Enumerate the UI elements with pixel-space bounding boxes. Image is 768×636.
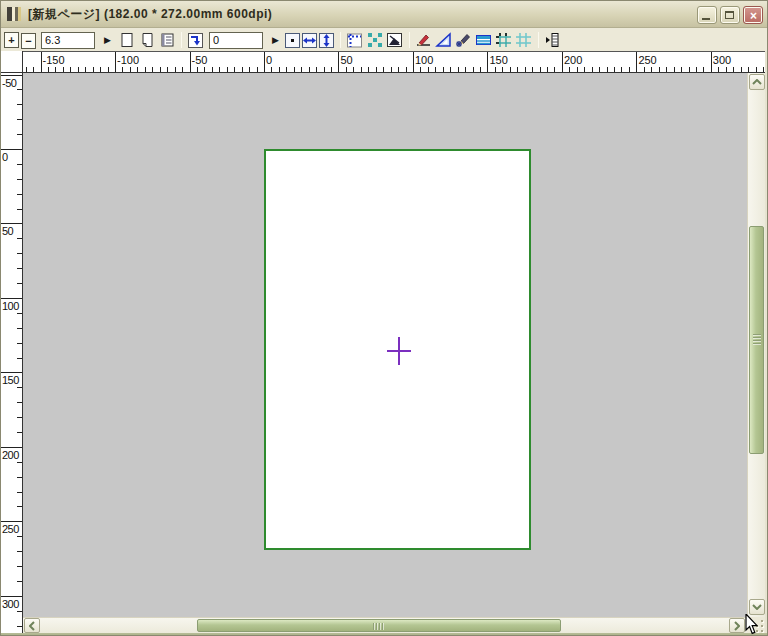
ruler-tick [674, 67, 675, 72]
ruler-tick [257, 67, 258, 72]
ruler-label: 200 [564, 54, 582, 66]
fit-width-button[interactable] [302, 33, 317, 48]
ruler-label: 100 [415, 54, 433, 66]
ruler-tick [763, 67, 764, 72]
duplicate-page-button[interactable] [138, 32, 156, 49]
scale-bar-button[interactable] [475, 32, 493, 49]
ruler-tick [227, 67, 228, 72]
apply-offset-button[interactable]: ▶ [272, 32, 279, 48]
ruler-tick [234, 67, 235, 72]
ruler-tick [629, 67, 630, 72]
ruler-label: -150 [43, 54, 65, 66]
ruler-tick [651, 67, 652, 72]
page-list-button[interactable] [158, 32, 176, 49]
ruler-tick [17, 343, 22, 344]
ruler-corner-box [1, 51, 23, 73]
ruler-major-tick [115, 52, 116, 72]
dot-size-button[interactable] [285, 33, 300, 48]
maximize-button[interactable] [720, 6, 740, 24]
ruler-tick [17, 566, 22, 567]
ruler-tick [130, 67, 131, 72]
horizontal-scrollbar-thumb[interactable] [197, 619, 561, 632]
window-title: [新規ページ] (182.00 * 272.00mm 600dpi) [28, 6, 272, 23]
ruler-tick [540, 67, 541, 72]
ruler-tick [569, 67, 570, 72]
ruler-tick [666, 67, 667, 72]
fit-height-button[interactable] [319, 33, 334, 48]
page-list-icon [159, 32, 175, 48]
panel-toggle-icon [544, 32, 561, 48]
zoom-value-input[interactable] [41, 32, 95, 49]
horizontal-ruler[interactable]: -150-100-50050100150200250300 [23, 51, 765, 73]
scroll-right-button[interactable] [729, 618, 745, 633]
ruler-tick [17, 506, 22, 507]
apply-zoom-button[interactable]: ▶ [104, 32, 111, 48]
show-rulers-button[interactable] [346, 32, 364, 49]
ruler-tick [17, 268, 22, 269]
ruler-tick [286, 67, 287, 72]
ruler-tick [703, 67, 704, 72]
tile-pattern-button[interactable] [366, 32, 384, 49]
ruler-tick [368, 67, 369, 72]
scroll-up-button[interactable] [749, 74, 765, 90]
paste-move-button[interactable] [187, 32, 205, 49]
pen-settings-button[interactable] [455, 32, 473, 49]
canvas-area[interactable] [23, 73, 747, 617]
ruler-tick [621, 67, 622, 72]
toolbar-separator [181, 32, 182, 48]
ruler-major-tick [190, 52, 191, 72]
ruler-label: 150 [2, 374, 19, 386]
zoom-out-button[interactable]: − [21, 33, 36, 49]
ruler-tick [17, 209, 22, 210]
scroll-left-button[interactable] [24, 618, 40, 633]
ruler-label: 0 [266, 54, 272, 66]
new-page-button[interactable] [118, 32, 136, 49]
draw-line-button[interactable] [415, 32, 433, 49]
ruler-tick [577, 67, 578, 72]
ruler-tick [331, 67, 332, 72]
ruler-tick [17, 417, 22, 418]
ruler-tick [748, 67, 749, 72]
ruler-tick [17, 492, 22, 493]
ruler-tick [137, 67, 138, 72]
set-square-button[interactable] [435, 32, 453, 49]
grid-display-button[interactable] [515, 32, 533, 49]
ruler-tick [55, 67, 56, 72]
ruler-tick [152, 67, 153, 72]
ruler-tick [398, 67, 399, 72]
ruler-tick [301, 67, 302, 72]
ruler-tick [324, 67, 325, 72]
ruler-tick [458, 67, 459, 72]
ruler-tick [17, 283, 22, 284]
ruler-tick [17, 581, 22, 582]
horizontal-scrollbar[interactable] [23, 617, 747, 633]
vertical-scrollbar-thumb[interactable] [749, 226, 764, 454]
ruler-label: -50 [192, 54, 208, 66]
minimize-button[interactable] [697, 6, 717, 24]
close-button[interactable]: × [743, 6, 763, 24]
ruler-tick [17, 134, 22, 135]
ruler-tick [361, 67, 362, 72]
ruler-major-tick [264, 52, 265, 72]
ruler-major-tick [1, 596, 22, 597]
vertical-scrollbar[interactable] [747, 73, 765, 617]
ruler-tick [63, 67, 64, 72]
grid-settings-button[interactable] [495, 32, 513, 49]
ruler-tick [17, 477, 22, 478]
set-square-icon [435, 32, 452, 48]
ruler-tick [406, 67, 407, 72]
ruler-tick [525, 67, 526, 72]
page-shape-button[interactable] [386, 32, 404, 49]
h-arrows-icon [303, 36, 316, 45]
panel-toggle-button[interactable] [544, 32, 562, 49]
vertical-ruler[interactable]: -50050100150200250300 [1, 73, 23, 633]
offset-value-input[interactable] [209, 32, 263, 49]
scroll-down-button[interactable] [749, 599, 765, 615]
ruler-tick [376, 67, 377, 72]
ruler-major-tick [1, 372, 22, 373]
ruler-tick [17, 536, 22, 537]
ruler-tick [17, 89, 22, 90]
zoom-in-button[interactable]: + [4, 32, 19, 48]
ruler-tick [480, 67, 481, 72]
chevron-right-icon [734, 621, 740, 631]
